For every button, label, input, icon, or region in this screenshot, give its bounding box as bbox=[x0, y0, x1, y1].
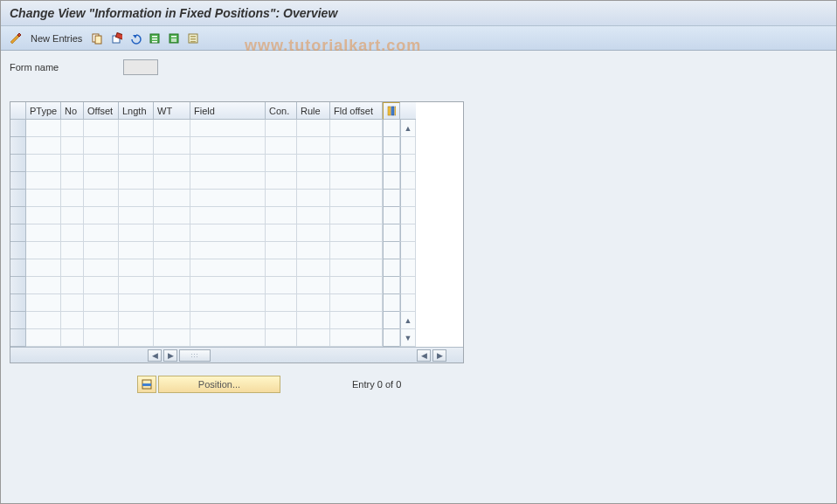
col-rule[interactable]: Rule bbox=[297, 102, 330, 120]
new-entries-button[interactable]: New Entries bbox=[31, 33, 82, 44]
delete-icon[interactable] bbox=[108, 31, 124, 46]
table-row[interactable] bbox=[10, 137, 463, 155]
svg-rect-16 bbox=[391, 107, 394, 115]
svg-rect-5 bbox=[152, 36, 157, 38]
page-title: Change View "Information in Fixed Positi… bbox=[1, 1, 836, 26]
col-no[interactable]: No bbox=[61, 102, 84, 120]
table-row[interactable] bbox=[10, 224, 463, 242]
table-row[interactable] bbox=[10, 259, 463, 277]
grid-header: PType No Offset Lngth WT Field Con. Rule… bbox=[10, 102, 463, 120]
table-row[interactable]: ▲ bbox=[10, 120, 463, 137]
toggle-mode-icon[interactable] bbox=[8, 31, 24, 46]
svg-rect-14 bbox=[190, 41, 196, 43]
scroll-up2-icon[interactable]: ▲ bbox=[400, 312, 416, 329]
form-name-row: Form name bbox=[10, 59, 827, 75]
table-row[interactable] bbox=[10, 207, 463, 224]
table-row[interactable] bbox=[10, 294, 463, 312]
hscroll-left-icon[interactable]: ◀ bbox=[148, 349, 162, 362]
content-area: Form name PType No Offset Lngth WT Field… bbox=[1, 51, 836, 504]
hscroll-right-icon[interactable]: ▶ bbox=[163, 349, 177, 362]
svg-rect-7 bbox=[152, 41, 157, 43]
hscroll-right2-icon[interactable]: ▶ bbox=[432, 349, 446, 362]
col-offset[interactable]: Offset bbox=[84, 102, 119, 120]
row-selector-header[interactable] bbox=[10, 102, 26, 120]
hscroll-bar: ◀ ▶ ::: ◀ ▶ bbox=[10, 347, 463, 362]
table-row[interactable] bbox=[10, 155, 463, 172]
col-wt[interactable]: WT bbox=[154, 102, 190, 120]
svg-rect-9 bbox=[171, 36, 176, 38]
scroll-up-icon[interactable]: ▲ bbox=[400, 120, 416, 137]
table-row[interactable] bbox=[10, 190, 463, 207]
svg-rect-19 bbox=[142, 383, 151, 386]
col-fldoffset[interactable]: Fld offset bbox=[330, 102, 383, 120]
col-ptype[interactable]: PType bbox=[26, 102, 61, 120]
copy-icon[interactable] bbox=[89, 31, 105, 46]
position-icon[interactable] bbox=[137, 376, 156, 393]
col-field[interactable]: Field bbox=[190, 102, 266, 120]
svg-rect-15 bbox=[388, 107, 391, 115]
form-name-label: Form name bbox=[10, 62, 114, 72]
scroll-track[interactable] bbox=[400, 137, 416, 155]
col-lngth[interactable]: Lngth bbox=[119, 102, 154, 120]
toolbar: New Entries bbox=[1, 26, 836, 51]
configure-columns-icon[interactable] bbox=[383, 102, 400, 120]
svg-rect-10 bbox=[171, 38, 176, 42]
position-button[interactable]: Position... bbox=[158, 376, 280, 393]
table-row[interactable] bbox=[10, 172, 463, 190]
data-grid: PType No Offset Lngth WT Field Con. Rule… bbox=[10, 101, 464, 363]
form-name-field[interactable] bbox=[123, 59, 158, 75]
table-row[interactable] bbox=[10, 277, 463, 294]
hscroll-thumb[interactable]: ::: bbox=[179, 349, 211, 362]
svg-rect-17 bbox=[395, 107, 396, 115]
svg-rect-6 bbox=[152, 38, 157, 40]
grid-footer: Position... Entry 0 of 0 bbox=[10, 376, 827, 393]
svg-rect-13 bbox=[190, 38, 196, 40]
deselect-all-icon[interactable] bbox=[185, 31, 201, 46]
vscroll-gap bbox=[400, 102, 416, 120]
svg-rect-12 bbox=[190, 36, 196, 38]
svg-rect-1 bbox=[95, 36, 101, 44]
entry-status: Entry 0 of 0 bbox=[352, 379, 401, 390]
scroll-down-icon[interactable]: ▼ bbox=[400, 329, 416, 347]
select-block-icon[interactable] bbox=[166, 31, 182, 46]
col-con[interactable]: Con. bbox=[266, 102, 297, 120]
select-all-icon[interactable] bbox=[147, 31, 163, 46]
table-row[interactable]: ▲ bbox=[10, 312, 463, 329]
undo-icon[interactable] bbox=[128, 31, 143, 46]
table-row[interactable] bbox=[10, 242, 463, 259]
hscroll-left2-icon[interactable]: ◀ bbox=[417, 349, 431, 362]
table-row[interactable]: ▼ bbox=[10, 329, 463, 347]
